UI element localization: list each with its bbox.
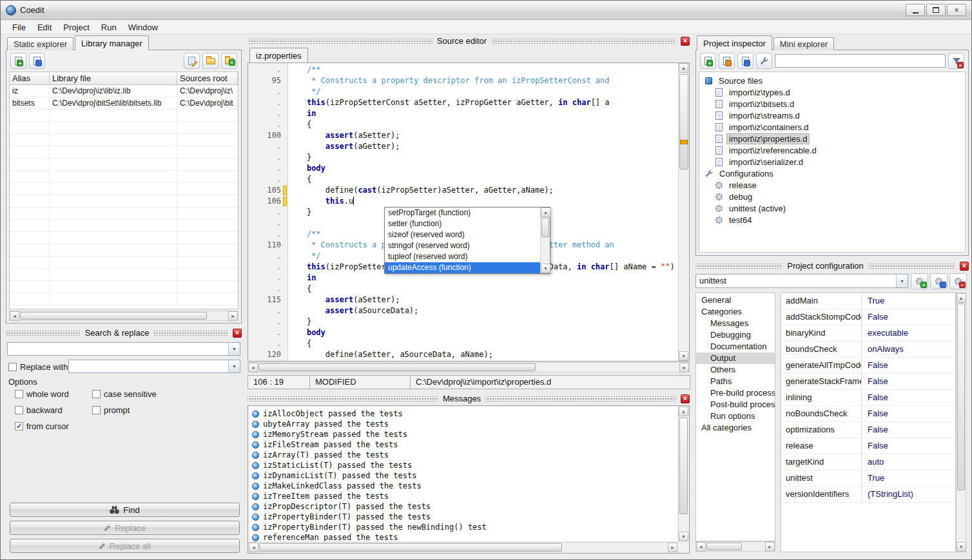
completion-item[interactable]: updateAccess (function) [385, 262, 540, 273]
code-line[interactable]: this(izPropSetterConst aSetter, izPropGe… [288, 97, 678, 108]
tools-button[interactable] [756, 53, 772, 69]
menu-project[interactable]: Project [57, 21, 95, 34]
scrollbar-track[interactable] [19, 311, 228, 320]
tree-item-file[interactable]: import\iz\containers.d [699, 121, 965, 133]
configuration-clone-button[interactable] [930, 273, 948, 289]
configuration-add-button[interactable]: + [911, 273, 928, 289]
close-panel-icon[interactable]: × [960, 262, 969, 271]
message-row[interactable]: izAllocObject passed the tests [249, 409, 677, 419]
property-row[interactable]: unittestTrue [781, 470, 955, 487]
category-categories[interactable]: Categories [696, 306, 775, 318]
scroll-left-button[interactable]: ◄ [248, 363, 258, 372]
scrollbar-track[interactable] [258, 363, 679, 372]
completion-item[interactable]: setPropTarget (function) [385, 208, 540, 218]
code-line[interactable]: * Constructs a property descriptor from … [288, 75, 678, 86]
library-table-hscrollbar[interactable]: ◄ ► [9, 311, 238, 321]
property-row[interactable]: versionIdentifiers(TStringList) [781, 487, 955, 503]
scroll-down-button[interactable]: ▼ [541, 264, 550, 273]
tree-item-file[interactable]: import\iz\serializer.d [699, 156, 965, 168]
category-paths[interactable]: Paths [696, 376, 775, 387]
code-line[interactable]: body [288, 327, 678, 338]
scroll-right-button[interactable]: ► [668, 543, 677, 552]
property-row[interactable]: generateAllTmpCodeFalse [781, 358, 955, 374]
scrollbar-thumb[interactable] [679, 74, 688, 169]
category-run-options[interactable]: Run options [696, 410, 775, 422]
checkbox[interactable]: ✓ [15, 422, 23, 430]
chevron-down-icon[interactable]: ▼ [896, 275, 908, 287]
replace-with-option[interactable]: Replace with [8, 362, 68, 372]
chevron-down-icon[interactable]: ▼ [228, 360, 240, 372]
category-others[interactable]: Others [696, 364, 775, 376]
code-line[interactable]: assert(aSetter); [288, 130, 678, 141]
message-row[interactable]: izTreeItem passed the tests [249, 491, 677, 501]
category-list[interactable]: GeneralCategoriesMessagesDebuggingDocume… [695, 293, 775, 541]
scrollbar-track[interactable] [706, 542, 765, 551]
source-files-root[interactable]: Source files [699, 75, 965, 86]
code-line[interactable]: in [288, 108, 678, 119]
menu-window[interactable]: Window [122, 21, 164, 34]
option-whole-word[interactable]: whole word [15, 389, 92, 399]
message-row[interactable]: izFileStream passed the tests [249, 439, 677, 450]
tab-static-explorer[interactable]: Static explorer [7, 37, 73, 50]
tab-library-manager[interactable]: Library manager [75, 35, 149, 50]
scrollbar-thumb[interactable] [258, 363, 536, 371]
column-header-library-file[interactable]: Library file [50, 72, 177, 84]
scrollbar-track[interactable] [541, 217, 550, 264]
message-row[interactable]: izMakeLinkedClass passed the tests [249, 481, 677, 491]
tree-item-config[interactable]: release [699, 179, 965, 191]
replace-with-checkbox[interactable] [8, 363, 17, 371]
tab-mini-explorer[interactable]: Mini explorer [773, 37, 834, 50]
scroll-right-button[interactable]: ► [765, 542, 775, 552]
scroll-down-button[interactable]: ▼ [957, 542, 966, 552]
checkbox[interactable] [92, 390, 101, 398]
scrollbar-thumb[interactable] [706, 543, 742, 550]
scroll-down-button[interactable]: ▼ [679, 532, 688, 541]
replace-with-combobox[interactable]: ▼ [68, 360, 240, 373]
configuration-remove-button[interactable]: − [949, 273, 967, 289]
editor-vscrollbar[interactable]: ▲ ▼ [678, 63, 689, 361]
code-line[interactable]: { [288, 119, 678, 130]
scrollbar-track[interactable] [258, 543, 668, 552]
option-from-cursor[interactable]: ✓from cursor [15, 421, 92, 431]
message-row[interactable]: izArray(T) passed the tests [249, 450, 677, 460]
library-open-folder-button[interactable] [202, 53, 219, 69]
tree-item-file[interactable]: import\iz\referencable.d [699, 144, 965, 156]
close-panel-icon[interactable]: × [233, 329, 242, 338]
code-line[interactable]: assert(aGetter); [288, 141, 678, 152]
category-documentation[interactable]: Documentation [696, 341, 775, 352]
scrollbar-thumb[interactable] [20, 312, 207, 320]
code-line[interactable]: /** [288, 64, 678, 75]
message-row[interactable]: izMemoryStream passed the tests [249, 429, 677, 439]
titlebar[interactable]: Coedit × [1, 1, 971, 20]
property-row[interactable]: noBoundsCheckFalse [781, 406, 955, 422]
scroll-right-button[interactable]: ► [679, 363, 689, 372]
message-row[interactable]: izStaticList(T) passed the tests [249, 460, 677, 470]
configuration-selector[interactable]: unittest ▼ [695, 274, 908, 288]
menu-run[interactable]: Run [95, 21, 122, 34]
message-row[interactable]: izPropertyBinder(T) passed the newBindin… [249, 522, 677, 532]
category-debugging[interactable]: Debugging [696, 329, 775, 341]
category-pre-build-process[interactable]: Pre-build process [696, 387, 775, 399]
property-row[interactable]: optimizationsFalse [781, 422, 955, 438]
inspector-tree[interactable]: Source files import\iz\types.dimport\iz\… [699, 72, 966, 253]
messages-list[interactable]: izAllocObject passed the testsubyteArray… [249, 407, 677, 541]
close-button[interactable]: × [947, 4, 966, 16]
replace-all-button[interactable]: Replace all [10, 539, 240, 553]
property-grid[interactable]: addMainTrueaddStackStompCodeFalsebinaryK… [781, 293, 956, 552]
code-line[interactable]: this.u [288, 196, 678, 207]
code-line[interactable]: } [288, 316, 678, 327]
tree-item-file[interactable]: import\iz\bitsets.d [699, 98, 965, 110]
scrollbar-thumb[interactable] [541, 218, 549, 237]
scroll-up-button[interactable]: ▲ [957, 293, 966, 303]
tree-item-config[interactable]: test64 [699, 214, 965, 226]
code-line[interactable]: assert(aSetter); [288, 294, 678, 305]
completion-item[interactable]: tupleof (reserved word) [385, 251, 540, 262]
library-save-button[interactable] [29, 53, 45, 69]
code-line[interactable]: in [288, 273, 678, 284]
tree-item-file[interactable]: import\iz\types.d [699, 86, 965, 98]
message-row[interactable]: ubyteArray passed the tests [249, 419, 677, 429]
message-row[interactable]: izDynamicList(T) passed the tests [249, 470, 677, 481]
tab-iz-properties[interactable]: iz.properties [249, 48, 308, 63]
category-post-build-process[interactable]: Post-build process [696, 399, 775, 410]
tree-item-file[interactable]: import\iz\streams.d [699, 110, 965, 121]
